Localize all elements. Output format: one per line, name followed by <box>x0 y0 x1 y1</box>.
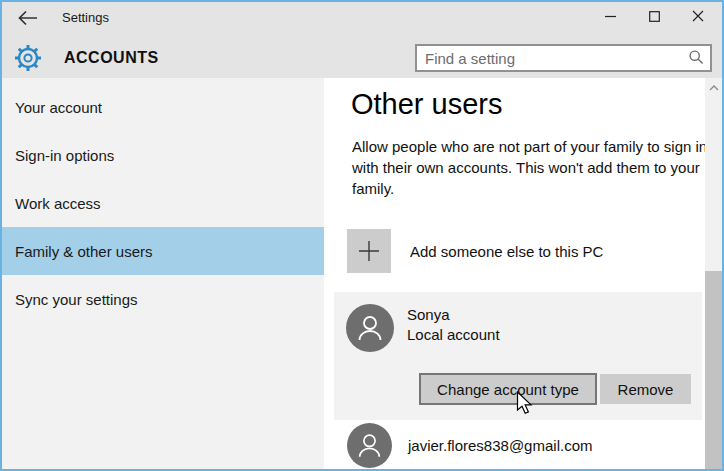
add-someone-button[interactable]: Add someone else to this PC <box>347 229 603 273</box>
search-box <box>415 44 712 72</box>
settings-window: Settings <box>0 0 724 471</box>
user-account-type: Local account <box>407 326 500 343</box>
minimize-button[interactable] <box>588 2 632 32</box>
sidebar-item-your-account[interactable]: Your account <box>2 83 324 131</box>
search-input[interactable] <box>417 50 688 67</box>
user-row-javier[interactable]: javier.flores838@gmail.com <box>347 423 592 468</box>
chevron-up-icon[interactable] <box>705 81 722 95</box>
sidebar-item-label: Your account <box>15 99 102 116</box>
close-button[interactable] <box>676 2 720 32</box>
search-icon[interactable] <box>688 49 710 67</box>
gear-icon <box>13 43 43 73</box>
settings-sidebar: Your account Sign-in options Work access… <box>2 78 324 471</box>
minimize-icon <box>605 8 616 26</box>
back-icon <box>16 14 40 31</box>
remove-button[interactable]: Remove <box>600 374 691 404</box>
title-and-header-bar: Settings <box>2 2 722 78</box>
mouse-cursor <box>516 391 538 421</box>
avatar <box>346 304 394 352</box>
page-description: Allow people who are not part of your fa… <box>352 136 716 199</box>
sidebar-item-family-other-users[interactable]: Family & other users <box>2 227 324 275</box>
user-name: Sonya <box>407 306 450 323</box>
sidebar-item-label: Work access <box>15 195 101 212</box>
sidebar-item-work-access[interactable]: Work access <box>2 179 324 227</box>
vertical-scrollbar[interactable] <box>705 78 722 471</box>
back-button[interactable] <box>16 8 40 28</box>
user-email: javier.flores838@gmail.com <box>408 437 592 454</box>
sidebar-item-sync-your-settings[interactable]: Sync your settings <box>2 275 324 323</box>
sidebar-item-label: Sync your settings <box>15 291 138 308</box>
change-account-type-button[interactable]: Change account type <box>419 373 597 405</box>
window-title: Settings <box>62 10 109 25</box>
sidebar-item-label: Sign-in options <box>15 147 114 164</box>
sidebar-item-label: Family & other users <box>15 243 153 260</box>
other-users-panel: Other users Allow people who are not par… <box>324 78 704 471</box>
add-someone-label: Add someone else to this PC <box>410 243 603 260</box>
scrollbar-thumb[interactable] <box>705 271 722 471</box>
avatar <box>347 423 392 468</box>
maximize-icon <box>649 8 660 26</box>
maximize-button[interactable] <box>632 2 676 32</box>
plus-icon <box>347 229 391 273</box>
sidebar-item-sign-in-options[interactable]: Sign-in options <box>2 131 324 179</box>
page-section-title: ACCOUNTS <box>64 49 159 67</box>
page-title: Other users <box>351 88 503 121</box>
window-controls <box>588 2 720 32</box>
close-icon <box>692 8 704 26</box>
